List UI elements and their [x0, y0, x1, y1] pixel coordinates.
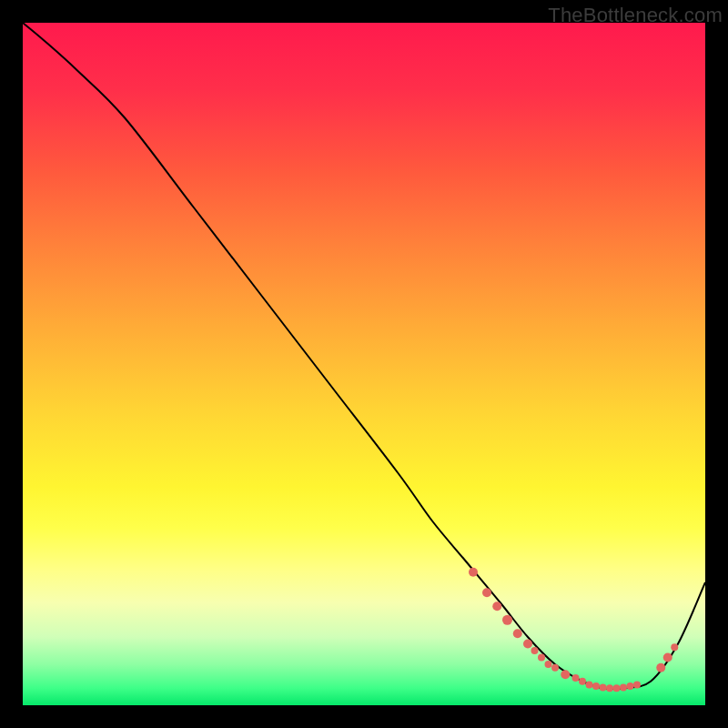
- chart-svg: [23, 23, 705, 705]
- data-marker: [620, 684, 627, 692]
- markers-group: [469, 568, 678, 693]
- data-marker: [633, 682, 641, 689]
- data-marker: [492, 602, 501, 611]
- data-marker: [561, 670, 570, 679]
- bottleneck-curve: [23, 23, 705, 689]
- data-marker: [538, 654, 545, 662]
- data-marker: [513, 629, 522, 638]
- data-marker: [586, 682, 593, 689]
- plot-area: [23, 23, 705, 705]
- data-marker: [656, 663, 665, 672]
- data-marker: [545, 661, 552, 668]
- data-marker: [663, 653, 672, 662]
- data-marker: [600, 684, 607, 692]
- data-marker: [579, 678, 586, 685]
- data-marker: [606, 684, 613, 692]
- data-marker: [627, 682, 634, 690]
- data-marker: [671, 643, 678, 651]
- data-marker: [523, 640, 532, 649]
- chart-stage: TheBottleneck.com: [0, 0, 728, 728]
- watermark-text: TheBottleneck.com: [548, 4, 723, 27]
- data-marker: [592, 682, 600, 690]
- data-marker: [502, 615, 512, 625]
- data-marker: [482, 588, 491, 597]
- data-marker: [469, 568, 478, 577]
- data-marker: [572, 674, 580, 682]
- data-marker: [531, 647, 539, 654]
- data-marker: [551, 664, 559, 672]
- data-marker: [613, 684, 621, 692]
